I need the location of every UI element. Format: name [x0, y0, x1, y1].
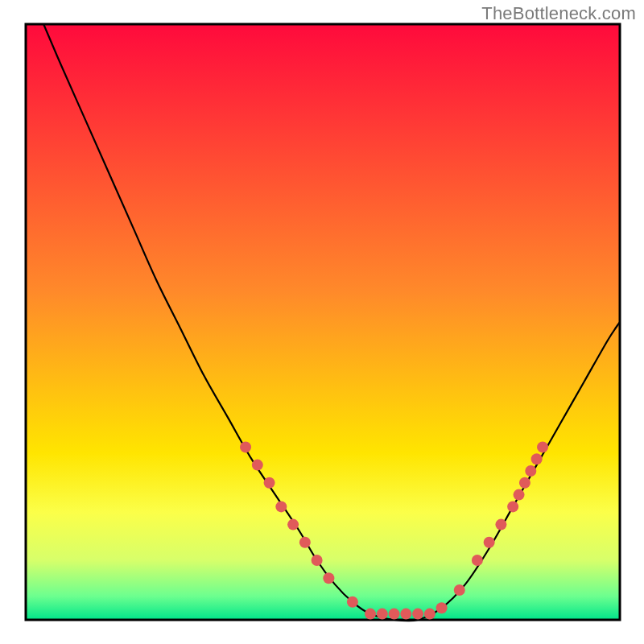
chart-container: TheBottleneck.com — [0, 0, 644, 644]
highlight-dot — [412, 609, 423, 620]
highlight-dot — [377, 609, 388, 620]
highlight-dot — [495, 519, 506, 530]
highlight-dot — [347, 597, 358, 608]
highlight-dot — [507, 501, 518, 512]
highlight-dot — [484, 537, 495, 548]
highlight-dot — [287, 519, 299, 530]
highlight-dot — [424, 609, 436, 620]
highlight-dot — [436, 602, 448, 613]
bottleneck-chart — [0, 0, 644, 644]
highlight-dot — [252, 460, 263, 471]
highlight-dot — [537, 441, 548, 452]
highlight-dot — [312, 555, 323, 566]
highlight-dot — [240, 441, 251, 452]
highlight-dot — [323, 572, 334, 584]
highlight-dot — [275, 501, 287, 512]
highlight-dot — [519, 477, 530, 489]
highlight-dot — [454, 584, 465, 596]
highlight-dot — [525, 465, 536, 477]
highlight-dot — [264, 477, 275, 489]
highlight-dot — [389, 609, 400, 620]
watermark-text: TheBottleneck.com — [481, 3, 636, 24]
highlight-dot — [299, 537, 311, 548]
highlight-dot — [400, 609, 411, 620]
highlight-dot — [531, 453, 543, 464]
plot-background — [26, 24, 620, 620]
highlight-dot — [365, 609, 376, 620]
highlight-dot — [514, 489, 525, 501]
highlight-dot — [472, 555, 483, 566]
